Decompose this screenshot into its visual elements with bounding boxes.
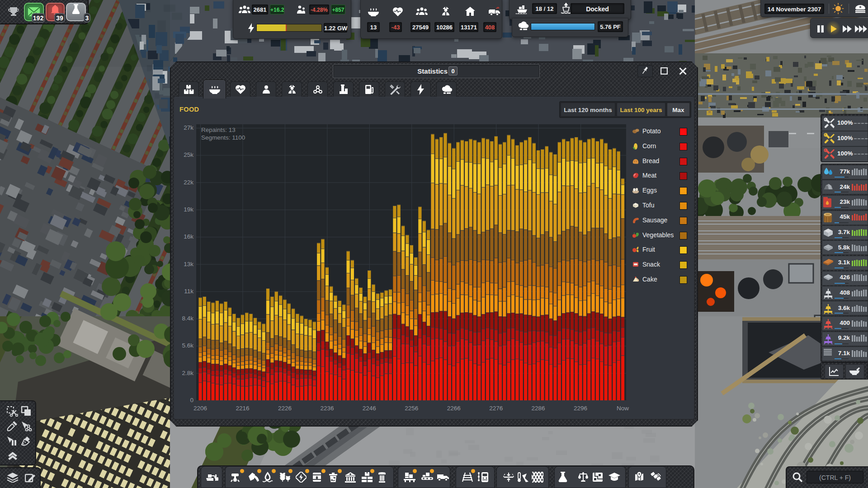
svg-text:19k: 19k <box>184 206 193 213</box>
svg-text:2286: 2286 <box>532 405 545 412</box>
svg-text:2256: 2256 <box>405 405 418 412</box>
svg-text:Segments: 1100: Segments: 1100 <box>201 134 245 141</box>
svg-text:2266: 2266 <box>447 405 461 412</box>
svg-text:2276: 2276 <box>489 405 503 412</box>
svg-text:2226: 2226 <box>278 405 292 412</box>
svg-text:11k: 11k <box>184 288 193 295</box>
svg-text:Now: Now <box>617 405 629 412</box>
svg-text:8.4k: 8.4k <box>182 315 193 322</box>
svg-text:27k: 27k <box>184 124 193 131</box>
svg-text:2216: 2216 <box>236 405 249 412</box>
svg-text:2246: 2246 <box>363 405 376 412</box>
svg-text:13k: 13k <box>184 261 193 267</box>
svg-text:2206: 2206 <box>193 405 207 412</box>
svg-text:2236: 2236 <box>320 405 334 412</box>
svg-text:16k: 16k <box>184 233 193 240</box>
svg-text:5.6k: 5.6k <box>182 342 193 349</box>
svg-text:25k: 25k <box>184 151 193 158</box>
svg-text:2296: 2296 <box>574 405 587 412</box>
svg-text:2.8k: 2.8k <box>182 370 193 376</box>
svg-text:22k: 22k <box>184 179 193 186</box>
svg-text:0: 0 <box>190 397 193 404</box>
svg-text:Repaints: 13: Repaints: 13 <box>201 127 236 133</box>
